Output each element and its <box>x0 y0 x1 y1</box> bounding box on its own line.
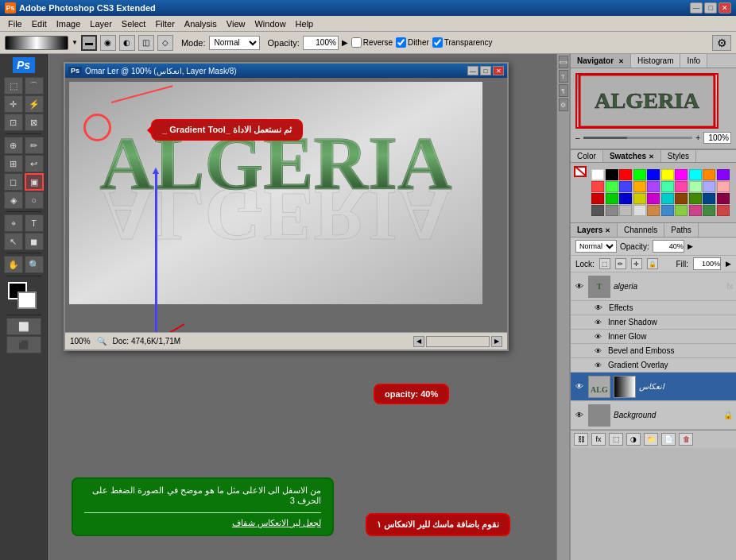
h-scrollbar[interactable] <box>426 336 490 347</box>
dither-checkbox[interactable] <box>396 37 406 48</box>
effect-inner-shadow[interactable]: 👁 Inner Shadow <box>571 315 736 330</box>
tool-shape[interactable]: ◼ <box>25 233 44 250</box>
swatch-aaaaff[interactable] <box>703 181 715 192</box>
tab-styles[interactable]: Styles <box>661 150 696 162</box>
lock-image-btn[interactable]: ✏ <box>615 258 626 269</box>
tool-quick-mask[interactable]: ⬜ <box>6 318 41 335</box>
layer-mask-btn[interactable]: ⬚ <box>609 433 623 446</box>
menu-window[interactable]: Window <box>250 17 290 30</box>
gradient-angle-btn[interactable]: ◐ <box>119 35 135 51</box>
swatches-close[interactable]: ✕ <box>649 153 654 160</box>
swatch-888888[interactable] <box>606 205 618 216</box>
fill-input[interactable] <box>693 257 721 270</box>
window-controls[interactable]: — □ ✕ <box>690 2 731 14</box>
menu-file[interactable]: File <box>3 17 27 30</box>
layer-eye-algeria[interactable]: 👁 <box>574 281 585 292</box>
swatch-4488cc[interactable] <box>661 205 674 216</box>
tab-paths[interactable]: Paths <box>664 223 699 237</box>
doc-close[interactable]: ✕ <box>493 66 504 75</box>
scroll-right[interactable]: ▶ <box>491 336 502 347</box>
layer-delete-btn[interactable]: 🗑 <box>679 433 693 446</box>
menu-view[interactable]: View <box>222 17 250 30</box>
swatch-448844[interactable] <box>703 205 715 216</box>
tool-magic-wand[interactable]: ⚡ <box>25 95 44 113</box>
swatch-bbbbbb[interactable] <box>619 205 632 216</box>
swatch-004488[interactable] <box>703 193 715 204</box>
gradient-diamond-btn[interactable]: ◇ <box>157 35 173 51</box>
opacity-arrow[interactable]: ▶ <box>342 38 348 47</box>
tool-crop[interactable]: ⊡ <box>4 114 23 131</box>
swatch-aa44ff[interactable] <box>647 181 660 192</box>
swatch-000000[interactable] <box>606 169 618 180</box>
tool-brush[interactable]: ✏ <box>25 137 44 154</box>
menu-image[interactable]: Image <box>52 17 86 30</box>
layer-adjustment-btn[interactable]: ◑ <box>626 433 641 446</box>
menu-select[interactable]: Select <box>117 17 151 30</box>
swatch-ff44aa[interactable] <box>675 181 688 192</box>
layer-row-algeria[interactable]: 👁 T algeria fx <box>571 272 736 301</box>
swatch-ffaaaa[interactable] <box>717 181 730 192</box>
fill-arrow-btn[interactable]: ▶ <box>726 260 731 268</box>
swatch-ff8800[interactable] <box>703 169 715 180</box>
tool-healing[interactable]: ⊕ <box>4 137 23 154</box>
tab-swatches[interactable]: Swatches ✕ <box>603 150 661 162</box>
background-color[interactable] <box>17 292 37 309</box>
tool-path-select[interactable]: ↖ <box>4 233 23 250</box>
gradient-linear-btn[interactable]: ▬ <box>81 35 97 51</box>
swatch-00cc00[interactable] <box>606 193 618 204</box>
swatch-ffffff[interactable] <box>591 169 604 180</box>
swatch-44ff44[interactable] <box>606 181 618 192</box>
tab-histogram[interactable]: Histogram <box>631 54 681 68</box>
swatch-ff4444[interactable] <box>591 181 604 192</box>
minimize-button[interactable]: — <box>690 2 703 14</box>
dither-check[interactable]: Dither <box>396 37 429 48</box>
swatch-448800[interactable] <box>689 193 702 204</box>
side-icon-tool[interactable]: ⚙ <box>559 98 568 111</box>
menu-help[interactable]: Help <box>291 17 319 30</box>
tool-eraser[interactable]: ◻ <box>4 173 23 191</box>
inner-shadow-eye[interactable]: 👁 <box>595 319 602 326</box>
tab-color[interactable]: Color <box>571 150 603 162</box>
gradient-radial-btn[interactable]: ◉ <box>100 35 116 51</box>
tool-stamp[interactable]: ⊞ <box>4 155 23 172</box>
swatch-cc8844[interactable] <box>647 205 660 216</box>
swatch-8800ff[interactable] <box>717 169 730 180</box>
tool-dodge[interactable]: ○ <box>25 191 44 209</box>
swatch-88cc44[interactable] <box>675 205 688 216</box>
gradient-reflected-btn[interactable]: ◫ <box>138 35 154 51</box>
gradient-overlay-eye[interactable]: 👁 <box>595 361 602 369</box>
blend-mode-select[interactable]: Normal Dissolve Multiply <box>209 36 260 50</box>
zoom-slider[interactable] <box>583 137 693 139</box>
menu-filter[interactable]: Filter <box>150 17 179 30</box>
effect-gradient-overlay[interactable]: 👁 Gradient Overlay <box>571 358 736 373</box>
swatch-aaffaa[interactable] <box>689 181 702 192</box>
tool-move[interactable]: ✛ <box>4 95 23 113</box>
swatch-880044[interactable] <box>717 193 730 204</box>
menu-analysis[interactable]: Analysis <box>180 17 222 30</box>
layer-link-btn[interactable]: ⛓ <box>574 433 588 446</box>
side-icon-1[interactable]: ⟺ <box>559 56 568 68</box>
swatch-00cccc[interactable] <box>661 193 674 204</box>
tab-navigator[interactable]: Navigator ✕ <box>571 54 631 68</box>
swatch-ff0000[interactable] <box>619 169 632 180</box>
tool-gradient[interactable]: ▣ <box>25 173 44 191</box>
tool-screen-mode[interactable]: ⬛ <box>6 336 41 353</box>
zoom-in-icon[interactable]: + <box>695 133 700 142</box>
transparency-checkbox[interactable] <box>432 37 443 48</box>
layer-new-btn[interactable]: 📄 <box>661 433 676 446</box>
doc-minimize[interactable]: — <box>467 66 478 75</box>
reverse-checkbox[interactable] <box>351 37 362 48</box>
scroll-left[interactable]: ◀ <box>413 336 424 347</box>
navigator-close[interactable]: ✕ <box>618 58 624 65</box>
inner-glow-eye[interactable]: 👁 <box>595 333 602 341</box>
close-button[interactable]: ✕ <box>719 2 731 14</box>
layer-row-reflection[interactable]: 👁 ALG انعکاس <box>571 373 736 401</box>
tool-text[interactable]: T <box>25 214 44 232</box>
swatch-cc0000[interactable] <box>591 193 604 204</box>
tool-slice[interactable]: ⊠ <box>25 114 44 131</box>
layer-eye-background[interactable]: 👁 <box>574 410 585 421</box>
swatch-0000ff[interactable] <box>647 169 660 180</box>
swatch-00ffff[interactable] <box>689 169 702 180</box>
layers-close[interactable]: ✕ <box>605 227 610 234</box>
tool-zoom[interactable]: 🔍 <box>25 256 44 273</box>
